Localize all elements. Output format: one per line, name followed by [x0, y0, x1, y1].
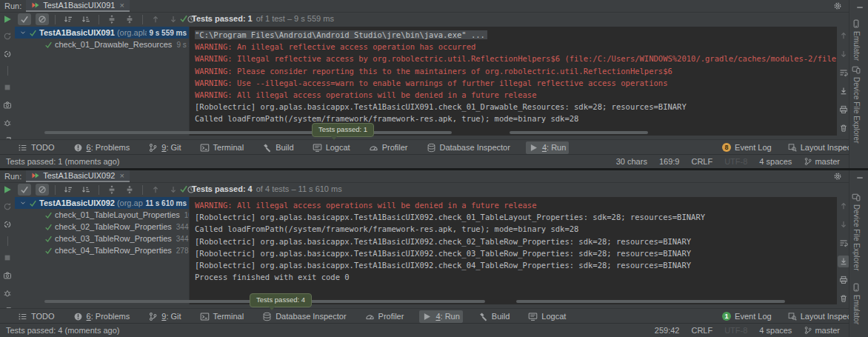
test-toolbar-button[interactable] [167, 13, 180, 25]
horizontal-scrollbar[interactable] [516, 300, 785, 303]
event-log-button[interactable]: 1 Event Log [722, 312, 772, 321]
console-strip-button[interactable] [838, 274, 849, 286]
status-segment[interactable]: 30 chars [616, 157, 647, 166]
rerun-button[interactable] [2, 184, 13, 195]
console-strip-button[interactable] [838, 237, 849, 249]
close-icon[interactable]: × [119, 171, 124, 180]
run-strip-button[interactable] [1, 48, 14, 60]
test-toolbar-button[interactable] [105, 13, 118, 25]
tool-window-button[interactable]: Profiler [366, 141, 411, 154]
console-strip-button[interactable] [838, 293, 849, 304]
run-strip-button[interactable] [1, 201, 14, 213]
tool-window-button[interactable]: Terminal [197, 310, 247, 323]
test-toolbar-button[interactable] [99, 185, 99, 195]
run-strip-button[interactable] [1, 117, 14, 129]
hide-icon[interactable] [855, 3, 864, 12]
tool-window-button[interactable]: Database Inspector [424, 141, 513, 154]
test-toolbar-button[interactable] [55, 15, 56, 24]
tool-window-button[interactable]: Terminal [197, 141, 247, 154]
console-strip-button[interactable] [838, 218, 849, 230]
console-strip-button[interactable] [838, 67, 849, 79]
console-output[interactable]: "C:\Program Files\Android\Android Studio… [189, 27, 837, 136]
horizontal-scrollbar[interactable] [44, 131, 452, 134]
tree-row[interactable]: check_01_Drawable_Resources 9 s 559 ms [15, 39, 189, 50]
tool-window-button[interactable]: 9: Git [145, 141, 184, 154]
rerun-button[interactable] [2, 14, 13, 24]
run-tab[interactable]: TestA1BasicUIX092 × [26, 170, 130, 182]
tree-row[interactable]: check_03_TableRow_Properties 344 ms [15, 233, 189, 244]
horizontal-scrollbar[interactable] [510, 131, 648, 134]
test-toolbar-button[interactable] [149, 13, 162, 25]
chevron-down-icon[interactable] [19, 29, 27, 36]
run-strip-button[interactable] [1, 99, 14, 111]
tree-row[interactable]: TestA1BasicUIX091 (org.aplas.basicap 9 s… [15, 27, 189, 39]
tool-window-button[interactable]: Logcat [310, 141, 353, 154]
run-strip-button[interactable] [7, 236, 8, 246]
console-strip-button[interactable] [838, 30, 849, 41]
test-toolbar-button[interactable] [55, 185, 56, 195]
tool-window-button[interactable]: Profiler [362, 310, 407, 323]
run-strip-button[interactable] [1, 270, 14, 281]
console-strip-button[interactable] [838, 104, 849, 116]
console-output[interactable]: WARNING: All illegal access operations w… [189, 197, 837, 304]
console-strip-button[interactable] [838, 200, 849, 212]
status-segment[interactable]: 259:42 [655, 326, 680, 335]
stripe-button[interactable]: Device File Explorer [852, 65, 861, 143]
tool-window-button[interactable]: 6: Problems [70, 310, 133, 323]
test-toolbar-button[interactable] [142, 185, 143, 195]
test-toolbar-button[interactable] [123, 184, 136, 196]
test-toolbar-button[interactable] [79, 13, 93, 25]
tool-window-button[interactable]: TODO [15, 141, 58, 154]
test-toolbar-button[interactable] [167, 184, 180, 196]
run-strip-button[interactable] [1, 252, 14, 264]
git-branch-widget[interactable]: master [804, 157, 840, 166]
tool-window-button[interactable]: Build [259, 141, 296, 154]
tree-row[interactable]: check_01_TableLayout_Properties 10 s 644… [15, 209, 189, 221]
tree-row[interactable]: TestA1BasicUIX092 (org.aplas.basicap 11 … [15, 197, 189, 209]
chevron-down-icon[interactable] [19, 199, 27, 207]
hide-icon[interactable] [855, 173, 864, 182]
test-toolbar-button[interactable] [18, 184, 31, 196]
stripe-button[interactable]: Emulator [852, 283, 861, 324]
status-segment[interactable]: CRLF [691, 157, 712, 166]
test-toolbar-button[interactable] [79, 184, 93, 196]
stripe-button[interactable]: Emulator [852, 19, 861, 61]
tool-window-button[interactable]: 4: Run [419, 310, 462, 323]
status-segment[interactable]: UTF-8 [724, 326, 747, 335]
test-toolbar-button[interactable] [99, 15, 99, 24]
tool-window-button[interactable]: Logcat [525, 310, 569, 323]
tree-row[interactable]: check_02_TableRow_Properties 344 ms [15, 221, 189, 233]
gear-icon[interactable] [833, 1, 842, 10]
tool-window-button[interactable]: 6: Problems [70, 141, 133, 154]
close-icon[interactable]: × [119, 1, 124, 10]
tool-window-button[interactable]: 9: Git [145, 310, 184, 323]
status-segment[interactable]: CRLF [691, 326, 712, 335]
status-segment[interactable]: 169:9 [659, 157, 680, 166]
git-branch-widget[interactable]: master [804, 326, 840, 335]
console-strip-button[interactable] [838, 122, 849, 134]
test-toolbar-button[interactable] [105, 184, 118, 196]
tool-window-button[interactable]: Database Inspector [259, 310, 349, 323]
status-segment[interactable]: 4 spaces [759, 157, 792, 166]
gear-icon[interactable] [833, 172, 842, 181]
run-strip-button[interactable] [1, 218, 14, 230]
console-strip-button[interactable] [838, 85, 849, 97]
run-strip-button[interactable] [7, 66, 8, 76]
stripe-button[interactable]: Device File Explorer [852, 193, 861, 270]
run-strip-button[interactable] [1, 287, 14, 299]
tool-window-button[interactable]: TODO [15, 310, 58, 323]
run-tab[interactable]: TestA1BasicUIX091 × [26, 0, 130, 12]
console-strip-button[interactable] [838, 256, 849, 267]
status-segment[interactable]: 4 spaces [759, 326, 792, 335]
tool-window-button[interactable]: Build [475, 310, 513, 323]
run-strip-button[interactable] [1, 81, 14, 93]
test-toolbar-button[interactable] [123, 13, 136, 25]
tree-row[interactable]: check_04_TableRow_Properties 278 ms [15, 244, 189, 256]
status-segment[interactable]: UTF-8 [724, 157, 747, 166]
test-toolbar-button[interactable] [61, 184, 75, 196]
test-toolbar-button[interactable] [142, 15, 143, 24]
tool-window-button[interactable]: 4: Run [526, 141, 569, 154]
test-toolbar-button[interactable] [36, 13, 49, 25]
event-log-button[interactable]: 8 Event Log [722, 143, 772, 152]
test-toolbar-button[interactable] [18, 13, 31, 25]
